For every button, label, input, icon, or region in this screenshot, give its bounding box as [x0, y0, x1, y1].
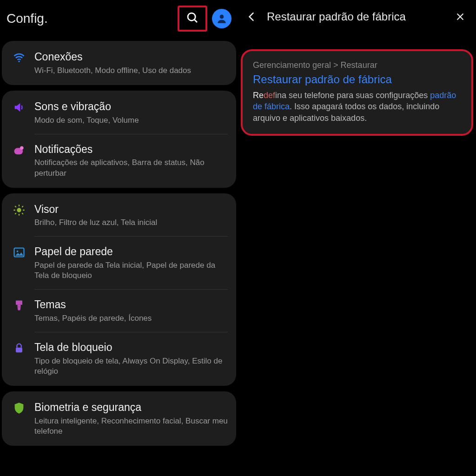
settings-pane: Config. ConexõesWi-Fi, Bluetooth, Modo o…	[0, 0, 238, 476]
result-breadcrumb: Gerenciamento geral > Restaurar	[253, 60, 461, 70]
result-title: Restaurar padrão de fábrica	[253, 73, 461, 86]
profile-avatar[interactable]	[212, 9, 231, 28]
back-button[interactable]	[243, 7, 261, 26]
svg-line-11	[15, 206, 16, 207]
svg-point-5	[20, 146, 23, 149]
svg-point-3	[18, 61, 20, 62]
settings-header: Config.	[0, 0, 238, 38]
lock-icon	[8, 341, 30, 355]
settings-item-subtitle: Modo de som, Toque, Volume	[34, 115, 228, 126]
settings-item[interactable]: Papel de paredePapel de parede da Tela i…	[2, 237, 236, 289]
page-title: Config.	[7, 11, 48, 26]
settings-item[interactable]: VisorBrilho, Filtro de luz azul, Tela in…	[2, 194, 236, 237]
settings-item-text: TemasTemas, Papéis de parede, Ícones	[30, 298, 228, 324]
settings-item-title: Conexões	[34, 50, 228, 64]
settings-group: Biometria e segurançaLeitura inteligente…	[2, 391, 236, 446]
settings-item[interactable]: TemasTemas, Papéis de parede, Ícones	[2, 290, 236, 332]
settings-item-subtitle: Temas, Papéis de parede, Ícones	[34, 313, 228, 324]
svg-point-0	[188, 13, 195, 20]
wifi-icon	[8, 50, 30, 64]
search-result-card[interactable]: Gerenciamento geral > Restaurar Restaura…	[241, 49, 473, 136]
svg-point-16	[17, 251, 19, 252]
sound-icon	[8, 100, 30, 114]
svg-rect-19	[16, 348, 22, 353]
settings-item[interactable]: NotificaçõesNotificações de aplicativos,…	[2, 134, 236, 187]
settings-item-title: Notificações	[34, 143, 228, 156]
search-icon[interactable]	[185, 11, 199, 26]
shield-icon	[8, 401, 30, 415]
settings-item[interactable]: ConexõesWi-Fi, Bluetooth, Modo offline, …	[2, 42, 236, 84]
settings-item-subtitle: Tipo de bloqueio de tela, Always On Disp…	[34, 356, 228, 377]
wallpaper-icon	[8, 245, 30, 259]
svg-point-6	[17, 208, 21, 212]
settings-item-title: Papel de parede	[34, 245, 228, 258]
settings-item-title: Visor	[34, 203, 228, 216]
brightness-icon	[8, 203, 30, 217]
settings-item-text: Sons e vibraçãoModo de som, Toque, Volum…	[30, 100, 228, 126]
settings-item-subtitle: Brilho, Filtro de luz azul, Tela inicial	[34, 218, 228, 228]
notify-icon	[8, 143, 30, 157]
settings-item-text: NotificaçõesNotificações de aplicativos,…	[30, 143, 228, 178]
search-results-pane: Restaurar padrão de fábrica Gerenciament…	[238, 0, 476, 476]
settings-item-subtitle: Papel de parede da Tela inicial, Papel d…	[34, 260, 228, 281]
svg-point-2	[220, 15, 224, 19]
settings-group: VisorBrilho, Filtro de luz azul, Tela in…	[2, 193, 236, 386]
settings-item-text: Tela de bloqueioTipo de bloqueio de tela…	[30, 341, 228, 377]
svg-line-12	[22, 213, 23, 214]
settings-item-title: Sons e vibração	[34, 100, 228, 113]
settings-group: Sons e vibraçãoModo de som, Toque, Volum…	[2, 91, 236, 188]
header-actions	[178, 6, 231, 32]
search-button-highlight	[178, 6, 207, 32]
result-description: Redefina seu telefone para suas configur…	[253, 90, 461, 124]
settings-item[interactable]: Biometria e segurançaLeitura inteligente…	[2, 392, 236, 445]
settings-item-title: Biometria e segurança	[34, 401, 228, 414]
svg-line-1	[194, 20, 197, 22]
settings-item-subtitle: Notificações de aplicativos, Barra de st…	[34, 158, 228, 178]
clear-search-button[interactable]	[451, 7, 469, 26]
search-header: Restaurar padrão de fábrica	[238, 0, 476, 33]
settings-item[interactable]: Tela de bloqueioTipo de bloqueio de tela…	[2, 332, 236, 385]
svg-rect-18	[18, 305, 21, 307]
settings-item-title: Temas	[34, 298, 228, 311]
settings-item-text: Papel de paredePapel de parede da Tela i…	[30, 245, 228, 281]
settings-item-subtitle: Wi-Fi, Bluetooth, Modo offline, Uso de d…	[34, 66, 228, 76]
themes-icon	[8, 298, 30, 312]
svg-rect-17	[16, 301, 22, 305]
settings-item-text: VisorBrilho, Filtro de luz azul, Tela in…	[30, 203, 228, 228]
svg-line-13	[15, 213, 16, 214]
settings-item[interactable]: Sons e vibraçãoModo de som, Toque, Volum…	[2, 92, 236, 134]
settings-item-text: Biometria e segurançaLeitura inteligente…	[30, 401, 228, 436]
settings-item-subtitle: Leitura inteligente, Reconhecimento faci…	[34, 416, 228, 436]
settings-group: ConexõesWi-Fi, Bluetooth, Modo offline, …	[2, 41, 236, 85]
search-query-text[interactable]: Restaurar padrão de fábrica	[265, 10, 447, 23]
svg-line-14	[22, 206, 23, 207]
settings-item-text: ConexõesWi-Fi, Bluetooth, Modo offline, …	[30, 50, 228, 76]
settings-item-title: Tela de bloqueio	[34, 341, 228, 354]
